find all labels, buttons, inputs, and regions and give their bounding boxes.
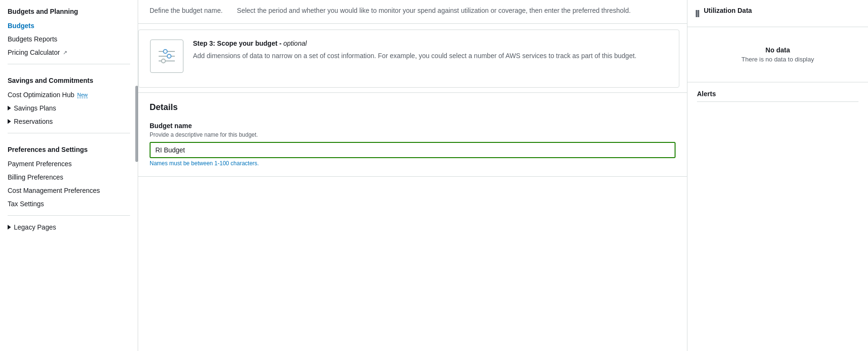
- step3-title: Step 3: Scope your budget - optional: [193, 40, 667, 47]
- new-badge: New: [77, 92, 88, 98]
- no-data-title: No data: [766, 46, 790, 54]
- sidebar-section-savings: Savings and Commitments: [0, 69, 138, 88]
- sidebar-item-budgets-label: Budgets: [8, 22, 34, 30]
- sidebar-item-pricing-calculator-label: Pricing Calculator: [8, 49, 60, 56]
- sidebar-item-reservations-label: Reservations: [14, 118, 53, 125]
- chevron-right-icon-2: [8, 119, 11, 124]
- svg-point-5: [161, 59, 165, 63]
- step-partial-card: Define the budget name. Select the perio…: [138, 0, 687, 24]
- utilization-title: Utilization Data: [704, 7, 752, 14]
- sidebar-scrollbar[interactable]: [135, 86, 138, 162]
- sidebar-item-billing-preferences[interactable]: Billing Preferences: [0, 170, 138, 184]
- details-title: Details: [150, 102, 676, 112]
- sidebar-item-payment-label: Payment Preferences: [8, 160, 72, 168]
- sidebar-item-pricing-calculator[interactable]: Pricing Calculator ↗: [0, 46, 138, 59]
- sidebar-nav: Budgets and Planning Budgets Budgets Rep…: [0, 0, 138, 351]
- budget-name-helper: Provide a descriptive name for this budg…: [150, 131, 676, 138]
- details-card: Details Budget name Provide a descriptiv…: [138, 92, 687, 177]
- step3-description: Add dimensions of data to narrow on a se…: [193, 51, 667, 61]
- no-data-section: No data There is no data to display: [687, 27, 868, 82]
- sidebar-item-cost-opt-label: Cost Optimization Hub: [8, 91, 74, 99]
- main-content: Define the budget name. Select the perio…: [138, 0, 687, 351]
- sidebar-item-tax-label: Tax Settings: [8, 200, 44, 208]
- sidebar-item-cost-mgmt-label: Cost Management Preferences: [8, 187, 100, 194]
- sidebar-item-savings-plans[interactable]: Savings Plans: [0, 101, 138, 115]
- sidebar: Budgets and Planning Budgets Budgets Rep…: [0, 0, 138, 351]
- sidebar-divider-2: [8, 133, 130, 133]
- sidebar-item-savings-plans-label: Savings Plans: [14, 104, 56, 112]
- chevron-right-icon-3: [8, 225, 11, 230]
- sidebar-item-cost-optimization-hub[interactable]: Cost Optimization Hub New: [0, 88, 138, 101]
- sidebar-item-billing-label: Billing Preferences: [8, 173, 63, 181]
- sidebar-item-legacy-pages[interactable]: Legacy Pages: [0, 221, 138, 234]
- pause-icon: II: [695, 8, 699, 20]
- external-link-icon: ↗: [63, 50, 67, 56]
- step2-description: Select the period and whether you would …: [237, 6, 676, 16]
- sidebar-item-budgets-reports-label: Budgets Reports: [8, 35, 57, 43]
- chevron-right-icon: [8, 106, 11, 110]
- step3-icon: [150, 40, 183, 73]
- alerts-title: Alerts: [697, 90, 858, 102]
- svg-point-4: [167, 54, 171, 58]
- sidebar-section-preferences: Preferences and Settings: [0, 138, 138, 157]
- sidebar-item-legacy-label: Legacy Pages: [14, 223, 56, 231]
- step-define-budget-text: Define the budget name.: [150, 6, 222, 16]
- no-data-subtitle: There is no data to display: [741, 56, 814, 63]
- utilization-header: II Utilization Data: [687, 0, 868, 27]
- svg-point-3: [163, 50, 167, 53]
- alerts-section: Alerts: [687, 82, 868, 110]
- sidebar-item-budgets[interactable]: Budgets: [0, 19, 138, 32]
- sidebar-item-budgets-reports[interactable]: Budgets Reports: [0, 32, 138, 46]
- budget-name-input[interactable]: [150, 142, 676, 158]
- sidebar-item-payment-preferences[interactable]: Payment Preferences: [0, 157, 138, 170]
- sidebar-item-tax-settings[interactable]: Tax Settings: [0, 197, 138, 211]
- sidebar-divider-3: [8, 215, 130, 216]
- sidebar-item-cost-management-preferences[interactable]: Cost Management Preferences: [0, 184, 138, 197]
- sidebar-item-reservations[interactable]: Reservations: [0, 115, 138, 128]
- step3-content: Step 3: Scope your budget - optional Add…: [193, 40, 667, 61]
- step3-card: Step 3: Scope your budget - optional Add…: [138, 30, 679, 88]
- sidebar-divider-1: [8, 64, 130, 64]
- sliders-icon: [156, 45, 178, 67]
- sidebar-section-budgets-planning: Budgets and Planning: [0, 0, 138, 19]
- budget-name-label: Budget name: [150, 122, 676, 130]
- right-panel: II Utilization Data No data There is no …: [687, 0, 868, 351]
- budget-name-field: Budget name Provide a descriptive name f…: [150, 122, 676, 167]
- budget-name-validation: Names must be between 1-100 characters.: [150, 160, 676, 167]
